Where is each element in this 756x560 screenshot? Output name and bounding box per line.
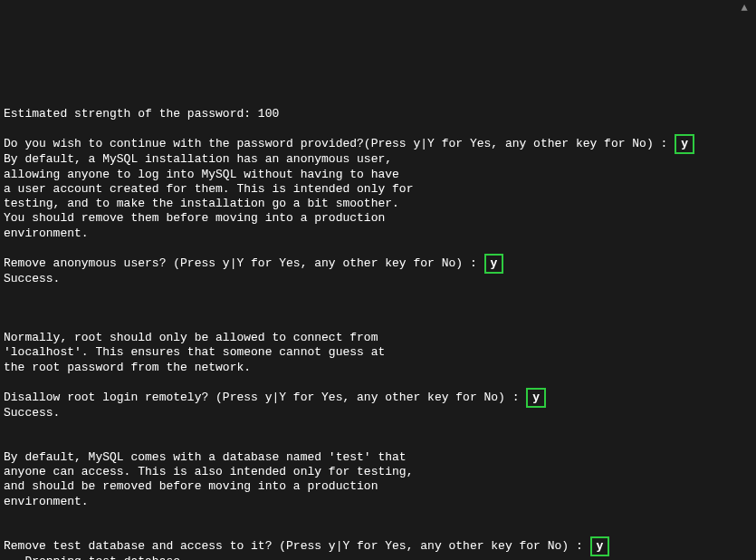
remove-anonymous-prompt: Remove anonymous users? (Press y|Y for Y… bbox=[4, 256, 484, 270]
anonymous-user-block: By default, a MySQL installation has an … bbox=[4, 152, 752, 241]
remove-anonymous-answer: y bbox=[484, 254, 504, 274]
disallow-root-prompt: Disallow root login remotely? (Press y|Y… bbox=[4, 391, 526, 404]
dropping-test-db-line: - Dropping test database... bbox=[4, 555, 752, 560]
continue-password-answer: y bbox=[675, 134, 694, 154]
continue-password-prompt: Do you wish to continue with the passwor… bbox=[4, 138, 675, 151]
terminal-output[interactable]: Estimated strength of the password: 100 … bbox=[4, 92, 752, 561]
success-text: Success. bbox=[4, 272, 752, 286]
blank-line bbox=[4, 302, 752, 316]
root-login-block: Normally, root should only be allowed to… bbox=[4, 331, 752, 375]
remove-test-db-prompt: Remove test database and access to it? (… bbox=[4, 540, 590, 554]
test-db-block: By default, MySQL comes with a database … bbox=[4, 450, 752, 509]
remove-test-db-answer: y bbox=[590, 536, 610, 556]
disallow-root-answer: y bbox=[526, 388, 546, 408]
success-text: Success. bbox=[4, 406, 752, 420]
scroll-up-indicator[interactable]: ▲ bbox=[738, 2, 751, 14]
password-strength-line: Estimated strength of the password: 100 bbox=[4, 107, 752, 121]
